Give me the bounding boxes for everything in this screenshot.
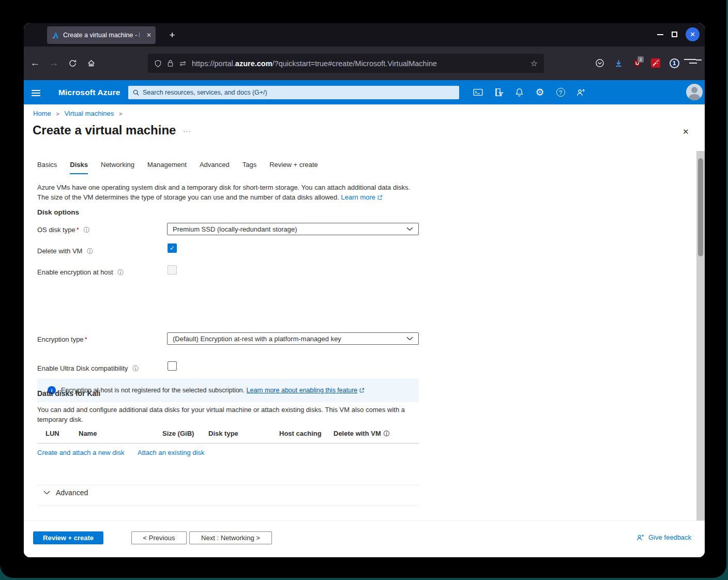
banner-learn-more-link[interactable]: Learn more about enabling this feature bbox=[247, 387, 358, 394]
portal-menu-icon[interactable] bbox=[32, 88, 40, 98]
help-icon[interactable]: ? bbox=[552, 84, 569, 101]
disk-options-heading: Disk options bbox=[37, 208, 79, 216]
external-link-icon bbox=[377, 195, 383, 200]
ultra-disk-checkbox[interactable] bbox=[168, 361, 177, 371]
pocket-icon[interactable] bbox=[591, 54, 609, 72]
intro-text: Azure VMs have one operating system disk… bbox=[37, 182, 421, 202]
give-feedback-label: Give feedback bbox=[648, 533, 691, 541]
col-size: Size (GiB) bbox=[162, 430, 194, 437]
tab-review-create[interactable]: Review + create bbox=[269, 161, 318, 174]
info-icon[interactable]: ⓘ bbox=[83, 226, 89, 234]
tab-management[interactable]: Management bbox=[147, 161, 187, 174]
forward-icon: → bbox=[44, 54, 63, 72]
col-name: Name bbox=[79, 430, 97, 437]
home-icon[interactable] bbox=[82, 54, 100, 72]
ublock-badge: 2 bbox=[638, 56, 643, 63]
col-lun: LUN bbox=[46, 430, 59, 437]
encryption-type-dropdown[interactable]: (Default) Encryption at-rest with a plat… bbox=[167, 332, 419, 345]
url-bar[interactable]: https://portal.azure.com/?quickstart=tru… bbox=[148, 54, 544, 73]
give-feedback[interactable]: Give feedback bbox=[636, 533, 691, 541]
lock-icon[interactable] bbox=[167, 59, 174, 67]
search-icon bbox=[132, 89, 140, 96]
breadcrumb-separator-icon: > bbox=[119, 111, 122, 117]
delete-with-vm-label: Delete with VM ⓘ bbox=[37, 247, 93, 256]
azure-portal-header: Microsoft Azure ⚙ ? bbox=[24, 80, 705, 104]
url-text: https://portal.azure.com/?quickstart=tru… bbox=[192, 59, 437, 68]
tab-advanced[interactable]: Advanced bbox=[200, 161, 230, 174]
back-icon[interactable]: ← bbox=[26, 54, 44, 72]
data-disks-table-header: LUN Name Size (GiB) Disk type Host cachi… bbox=[37, 430, 419, 441]
table-divider bbox=[37, 443, 419, 444]
info-icon[interactable]: ⓘ bbox=[132, 365, 139, 372]
new-tab-button[interactable]: + bbox=[164, 27, 180, 43]
data-disks-description: You can add and configure additional dat… bbox=[37, 405, 410, 424]
page-title: Create a virtual machine bbox=[33, 123, 176, 138]
external-link-icon bbox=[359, 388, 365, 393]
ultra-disk-label: Enable Ultra Disk compatibility ⓘ bbox=[37, 364, 139, 373]
divider bbox=[37, 485, 419, 485]
info-icon[interactable]: ⓘ bbox=[384, 430, 390, 437]
browser-tab-bar: Create a virtual machine - M ✕ + ✕ bbox=[24, 23, 705, 47]
breadcrumb: Home > Virtual machines > bbox=[33, 110, 125, 117]
onepassword-icon[interactable]: 1 bbox=[665, 54, 683, 72]
notifications-bell-icon[interactable] bbox=[510, 84, 528, 101]
delete-with-vm-checkbox[interactable]: ✓ bbox=[168, 243, 177, 253]
wizard-tabs: Basics Disks Networking Management Advan… bbox=[37, 161, 318, 174]
window-maximize-button[interactable] bbox=[672, 32, 677, 37]
wand-extension-icon[interactable] bbox=[647, 54, 664, 72]
tab-close-icon[interactable]: ✕ bbox=[146, 32, 151, 39]
give-feedback-icon bbox=[636, 533, 645, 541]
settings-gear-icon[interactable]: ⚙ bbox=[531, 84, 549, 101]
desktop-background: Create a virtual machine - M ✕ + ✕ ← → bbox=[0, 0, 726, 578]
browser-tab[interactable]: Create a virtual machine - M ✕ bbox=[47, 26, 156, 44]
window-minimize-button[interactable] bbox=[657, 34, 663, 35]
avatar[interactable] bbox=[686, 84, 703, 100]
scrollbar-thumb[interactable] bbox=[698, 158, 703, 256]
download-icon[interactable] bbox=[610, 54, 627, 72]
menu-icon-bars bbox=[684, 57, 702, 63]
advanced-chevron-icon[interactable] bbox=[43, 491, 50, 495]
col-disk-type: Disk type bbox=[208, 430, 238, 437]
os-disk-type-dropdown[interactable]: Premium SSD (locally-redundant storage) bbox=[167, 223, 419, 235]
page-close-icon[interactable]: ✕ bbox=[682, 127, 689, 136]
tab-disks[interactable]: Disks bbox=[70, 161, 88, 174]
info-icon[interactable]: ⓘ bbox=[87, 248, 93, 255]
more-actions-icon[interactable]: ··· bbox=[183, 127, 191, 135]
tracking-shield-icon[interactable] bbox=[154, 59, 162, 68]
reload-icon[interactable] bbox=[63, 54, 82, 72]
next-networking-button[interactable]: Next : Networking > bbox=[189, 531, 272, 544]
search-input[interactable] bbox=[143, 89, 455, 96]
azure-brand[interactable]: Microsoft Azure bbox=[58, 80, 120, 104]
encryption-at-host-checkbox[interactable] bbox=[168, 265, 177, 274]
create-attach-disk-link[interactable]: Create and attach a new disk bbox=[37, 449, 124, 456]
ublock-icon[interactable]: 2 bbox=[628, 54, 646, 72]
info-icon[interactable]: ⓘ bbox=[117, 269, 124, 276]
browser-window: Create a virtual machine - M ✕ + ✕ ← → bbox=[24, 23, 705, 557]
divider bbox=[37, 505, 419, 506]
learn-more-link[interactable]: Learn more bbox=[341, 193, 383, 201]
tab-networking[interactable]: Networking bbox=[101, 161, 134, 174]
previous-button[interactable]: < Previous bbox=[131, 531, 187, 544]
info-banner-text: Encryption at host is not registered for… bbox=[61, 387, 365, 394]
tab-title: Create a virtual machine - M bbox=[63, 32, 140, 39]
col-delete-with-vm: Delete with VMⓘ bbox=[333, 430, 390, 438]
window-close-button[interactable]: ✕ bbox=[686, 27, 700, 41]
directory-filter-icon[interactable] bbox=[490, 84, 507, 101]
feedback-icon[interactable] bbox=[572, 84, 589, 101]
col-host-caching: Host caching bbox=[279, 430, 322, 437]
advanced-section-label[interactable]: Advanced bbox=[56, 489, 88, 497]
tab-basics[interactable]: Basics bbox=[37, 161, 57, 174]
attach-existing-disk-link[interactable]: Attach an existing disk bbox=[138, 449, 204, 456]
os-disk-type-label: OS disk type* ⓘ bbox=[37, 226, 89, 235]
cloud-shell-icon[interactable] bbox=[469, 84, 487, 101]
breadcrumb-home[interactable]: Home bbox=[33, 110, 51, 117]
global-search[interactable] bbox=[128, 86, 459, 99]
data-disks-heading: Data disks for Kali bbox=[37, 389, 100, 398]
chevron-down-icon bbox=[406, 337, 413, 341]
page-scrollbar[interactable] bbox=[696, 151, 705, 521]
permissions-icon[interactable] bbox=[179, 60, 187, 67]
bookmark-star-icon[interactable]: ☆ bbox=[530, 58, 538, 68]
review-create-button[interactable]: Review + create bbox=[33, 531, 103, 544]
tab-tags[interactable]: Tags bbox=[242, 161, 256, 174]
breadcrumb-virtual-machines[interactable]: Virtual machines bbox=[64, 110, 114, 117]
